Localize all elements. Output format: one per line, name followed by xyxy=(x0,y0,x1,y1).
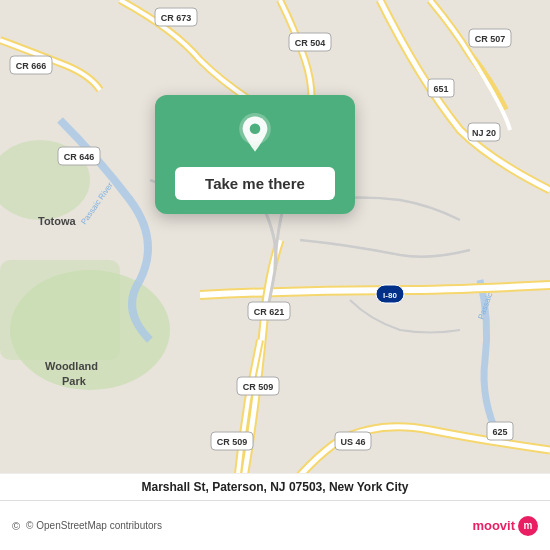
svg-text:CR 673: CR 673 xyxy=(161,13,192,23)
svg-text:US 46: US 46 xyxy=(340,437,365,447)
bottom-bar: © © OpenStreetMap contributors moovit m xyxy=(0,500,550,550)
svg-text:CR 509: CR 509 xyxy=(243,382,274,392)
svg-text:CR 509: CR 509 xyxy=(217,437,248,447)
moovit-text: moovit xyxy=(472,518,515,533)
svg-text:CR 507: CR 507 xyxy=(475,34,506,44)
svg-text:CR 621: CR 621 xyxy=(254,307,285,317)
attribution-area: © © OpenStreetMap contributors xyxy=(12,520,472,532)
svg-rect-3 xyxy=(0,260,120,360)
svg-text:I-80: I-80 xyxy=(383,291,397,300)
map-container: CR 673 CR 666 CR 646 CR 504 CR 507 651 N… xyxy=(0,0,550,500)
moovit-logo-area: moovit m xyxy=(472,516,538,536)
address-bar: Marshall St, Paterson, NJ 07503, New Yor… xyxy=(0,473,550,500)
location-pin-icon xyxy=(233,113,277,157)
take-me-there-button[interactable]: Take me there xyxy=(175,167,335,200)
svg-text:CR 504: CR 504 xyxy=(295,38,326,48)
address-text: Marshall St, Paterson, NJ 07503, New Yor… xyxy=(142,480,409,494)
svg-text:651: 651 xyxy=(433,84,448,94)
svg-text:Park: Park xyxy=(62,375,87,387)
svg-point-37 xyxy=(250,124,261,135)
svg-text:Totowa: Totowa xyxy=(38,215,77,227)
osm-attribution: © OpenStreetMap contributors xyxy=(26,520,162,531)
copyright-icon: © xyxy=(12,520,20,532)
svg-text:Woodland: Woodland xyxy=(45,360,98,372)
moovit-icon: m xyxy=(518,516,538,536)
svg-text:CR 646: CR 646 xyxy=(64,152,95,162)
popup-card: Take me there xyxy=(155,95,355,214)
map-svg: CR 673 CR 666 CR 646 CR 504 CR 507 651 N… xyxy=(0,0,550,500)
svg-text:CR 666: CR 666 xyxy=(16,61,47,71)
svg-text:625: 625 xyxy=(492,427,507,437)
svg-text:NJ 20: NJ 20 xyxy=(472,128,496,138)
